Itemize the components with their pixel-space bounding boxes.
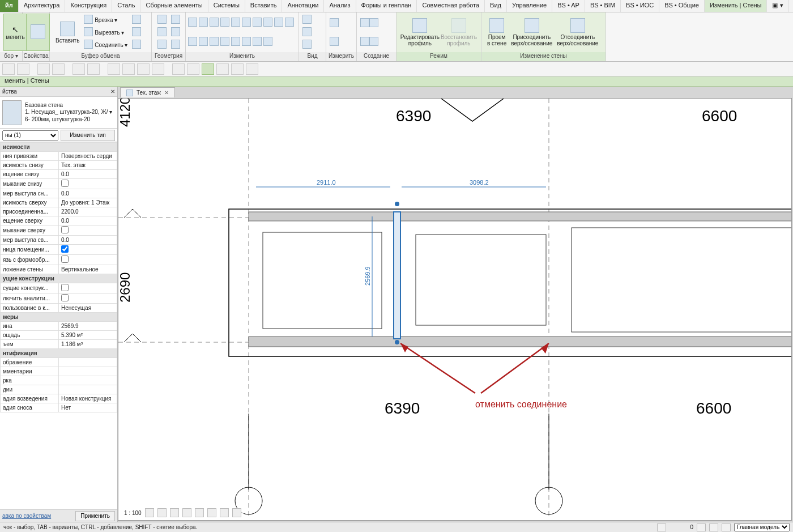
menu-massing[interactable]: Формы и генплан (356, 0, 417, 12)
prop-value[interactable]: Ненесущая (59, 304, 117, 313)
prop-checkbox[interactable] (61, 294, 69, 301)
view-tool-1[interactable] (302, 15, 312, 24)
view-tab-tech-floor[interactable]: Тех. этаж ✕ (120, 87, 175, 97)
modify-tool-d[interactable] (242, 37, 251, 46)
temp-dim-vertical[interactable]: 2569.9 (364, 266, 371, 286)
menu-overflow[interactable]: ▣ ▾ (767, 0, 788, 12)
edit-profile-button[interactable]: Редактировать профиль (400, 14, 440, 51)
modify-move-button[interactable] (253, 18, 262, 27)
wall-opening-button[interactable]: Проем в стене (485, 14, 509, 51)
modify-split-button[interactable] (231, 18, 240, 27)
geometry-tool-4[interactable] (169, 14, 182, 25)
prop-value[interactable]: Вертикальное (59, 265, 117, 274)
menu-annotate[interactable]: Аннотации (282, 0, 324, 12)
menu-view[interactable]: Вид (485, 0, 507, 12)
vc-shadows[interactable] (182, 508, 191, 517)
modify-copy-button[interactable] (263, 18, 272, 27)
prop-value[interactable]: 5.390 м² (59, 331, 117, 340)
clipboard-tool-1[interactable] (130, 14, 143, 25)
prop-value[interactable]: 0.0 (59, 236, 117, 245)
menu-file[interactable]: йл (0, 0, 19, 12)
view-tool-2[interactable] (302, 27, 312, 36)
status-model-select[interactable]: Главная модель (734, 523, 790, 531)
vc-crop[interactable] (195, 508, 204, 517)
modify-tool-c[interactable] (231, 37, 240, 46)
vc-cropvis[interactable] (207, 508, 216, 517)
qat-more[interactable] (246, 63, 258, 75)
create-tool-1[interactable] (360, 18, 369, 27)
prop-checkbox[interactable] (61, 226, 69, 233)
qat-redo[interactable] (52, 63, 65, 75)
qat-close-hidden[interactable] (216, 63, 229, 75)
prop-value[interactable]: Поверхность серди (59, 152, 117, 161)
prop-value[interactable]: 1.186 м³ (59, 340, 117, 349)
qat-3d[interactable] (172, 63, 185, 75)
modify-scale-button[interactable] (285, 18, 294, 27)
menu-bs-common[interactable]: BS • Общие (659, 0, 705, 12)
menu-modify-walls[interactable]: Изменить | Стены (705, 0, 768, 12)
create-tool-3[interactable] (369, 18, 378, 27)
geometry-tool-3[interactable] (155, 39, 169, 50)
prop-checkbox[interactable] (61, 284, 69, 291)
menu-systems[interactable]: Системы (208, 0, 245, 12)
prop-value[interactable] (59, 367, 117, 376)
vc-temp-hide[interactable] (220, 508, 229, 517)
menu-manage[interactable]: Управление (507, 0, 552, 12)
prop-value[interactable]: Тех. этаж (59, 161, 117, 170)
prop-checkbox[interactable] (61, 245, 69, 253)
qat-thinlines[interactable] (202, 63, 214, 75)
modify-align-button[interactable] (188, 18, 197, 27)
qat-text[interactable] (152, 63, 164, 75)
type-selector[interactable]: Базовая стена 1. Несущая_ штукатурка-20,… (0, 97, 117, 129)
menu-bs-bim[interactable]: BS • BIM (585, 0, 621, 12)
measure-tool-1[interactable] (330, 18, 339, 27)
qat-measure[interactable] (87, 63, 100, 75)
qat-btn-1[interactable] (2, 63, 15, 75)
create-tool-2[interactable] (360, 37, 369, 46)
modify-trimext-button[interactable] (220, 18, 229, 27)
join-button[interactable]: Соединить ▾ (82, 39, 130, 50)
prop-value[interactable]: Новая конструкция (59, 394, 117, 403)
status-designopt-icon[interactable] (709, 524, 718, 531)
menu-architecture[interactable]: Архитектура (19, 0, 66, 12)
prop-value[interactable] (59, 179, 117, 189)
modify-tool-e[interactable] (253, 37, 262, 46)
prop-value[interactable] (59, 245, 117, 255)
modify-rotate-button[interactable] (274, 18, 283, 27)
edit-type-button[interactable]: Изменить тип (61, 130, 115, 141)
measure-tool-2[interactable] (330, 37, 339, 46)
menu-steel[interactable]: Сталь (112, 0, 140, 12)
clipboard-tool-3[interactable] (130, 39, 143, 50)
status-worksets-icon[interactable] (657, 524, 666, 531)
wall-detach-button[interactable]: Отсоединить верх/основание (555, 14, 600, 51)
prop-value[interactable]: 0.0 (59, 189, 117, 198)
geometry-tool-6[interactable] (169, 39, 182, 50)
prop-value[interactable] (59, 376, 117, 385)
qat-switch[interactable] (231, 63, 244, 75)
view-tool-3[interactable] (302, 40, 312, 49)
prop-value[interactable] (59, 385, 117, 394)
wall-attach-button[interactable]: Присоединить верх/основание (509, 14, 555, 51)
geometry-tool-1[interactable] (155, 14, 169, 25)
prop-value[interactable] (59, 255, 117, 265)
qat-tag[interactable] (137, 63, 150, 75)
menu-bs-ioc[interactable]: BS • ИОС (621, 0, 659, 12)
prop-value[interactable]: 0.0 (59, 170, 117, 179)
qat-spot[interactable] (122, 63, 135, 75)
create-tool-4[interactable] (369, 37, 378, 46)
menu-precast[interactable]: Сборные элементы (140, 0, 208, 12)
qat-section[interactable] (187, 63, 199, 75)
qat-undo[interactable] (37, 63, 50, 75)
modify-tool-a[interactable] (210, 37, 219, 46)
temp-dim-2[interactable]: 3098.2 (470, 179, 489, 186)
prop-value[interactable]: До уровня: 1 Этаж (59, 198, 117, 207)
geometry-tool-2[interactable] (155, 27, 169, 38)
vc-detail-level[interactable] (145, 508, 154, 517)
properties-apply-button[interactable]: Применить (75, 511, 115, 521)
prop-value[interactable] (59, 283, 117, 293)
vc-sunpath[interactable] (170, 508, 179, 517)
view-tab-close-icon[interactable]: ✕ (164, 90, 169, 96)
prop-checkbox[interactable] (61, 180, 69, 187)
prop-value[interactable]: 2200.0 (59, 207, 117, 216)
paste-button[interactable]: Вставить (53, 14, 82, 51)
